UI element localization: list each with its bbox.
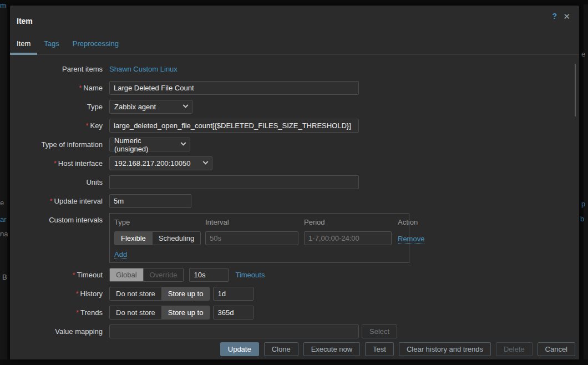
history-input[interactable] (213, 287, 254, 301)
host-interface-value: 192.168.217.200:10050 (114, 159, 190, 168)
trends-input[interactable] (213, 306, 254, 320)
value-mapping-select-button[interactable]: Select (362, 325, 397, 338)
column-header-period: Period (304, 218, 394, 231)
custom-intervals-row: Custom intervals Type Interval Period Ac… (16, 213, 574, 263)
item-form: Parent items Shawn Custom Linux *Name Ty… (10, 55, 579, 338)
type-row: Type Zabbix agent (16, 100, 574, 114)
history-do-not-store-button[interactable]: Do not store (110, 287, 161, 300)
flexible-button[interactable]: Flexible (115, 232, 152, 245)
required-marker: * (72, 271, 75, 279)
clear-history-button[interactable]: Clear history and trends (399, 342, 491, 356)
host-interface-select[interactable]: 192.168.217.200:10050 (109, 156, 212, 170)
type-of-information-label: Type of information (16, 140, 103, 149)
interval-input[interactable] (205, 231, 298, 245)
value-mapping-label: Value mapping (16, 327, 103, 336)
update-interval-label: Update interval (54, 197, 103, 205)
type-of-information-row: Type of information Numeric (unsigned) (16, 138, 574, 151)
column-header-action: Action (398, 218, 424, 231)
required-marker: * (75, 290, 78, 298)
update-interval-input[interactable] (109, 194, 191, 208)
bg-fragment: b (580, 215, 584, 223)
required-marker: * (54, 159, 57, 168)
required-marker: * (79, 84, 82, 92)
bg-fragment: p (581, 200, 585, 208)
cancel-button[interactable]: Cancel (538, 342, 575, 356)
add-link[interactable]: Add (114, 250, 127, 259)
delete-button[interactable]: Delete (496, 342, 533, 356)
bg-fragment: e (581, 50, 585, 58)
units-label: Units (16, 178, 103, 186)
custom-intervals-label: Custom intervals (16, 213, 103, 224)
dialog-scrollbar[interactable] (575, 64, 576, 116)
type-select-value: Zabbix agent (114, 103, 156, 111)
trends-do-not-store-button[interactable]: Do not store (110, 306, 161, 319)
trends-row: *Trends Do not store Store up to (16, 306, 574, 320)
close-icon[interactable]: ✕ (563, 12, 570, 22)
type-of-information-value: Numeric (unsigned) (114, 136, 176, 153)
bg-fragment: na (0, 230, 8, 238)
units-row: Units (16, 175, 574, 189)
trends-store-up-to-button[interactable]: Store up to (161, 306, 210, 319)
bg-fragment: ar (0, 215, 7, 224)
type-label: Type (16, 103, 103, 111)
tab-tags[interactable]: Tags (37, 34, 65, 55)
scheduling-button[interactable]: Scheduling (152, 232, 200, 245)
dialog-header: Item ? ✕ (10, 6, 579, 31)
name-input[interactable] (109, 81, 359, 95)
value-mapping-input[interactable] (109, 325, 359, 338)
timeout-override-button[interactable]: Override (143, 268, 184, 281)
key-input[interactable] (109, 119, 359, 133)
update-button[interactable]: Update (220, 342, 259, 356)
bg-fragment: m (0, 1, 6, 9)
column-header-type: Type (114, 218, 202, 231)
history-label: History (80, 290, 103, 298)
tab-item[interactable]: Item (10, 34, 37, 55)
trends-label: Trends (80, 308, 103, 317)
history-mode-group: Do not store Store up to (109, 287, 210, 301)
timeout-label: Timeout (77, 271, 103, 279)
background-page-left-strip (0, 4, 7, 359)
timeout-row: *Timeout Global Override Timeouts (16, 268, 574, 282)
chevron-down-icon (203, 159, 209, 165)
history-row: *History Do not store Store up to (16, 287, 574, 301)
key-label: Key (90, 121, 103, 130)
clone-button[interactable]: Clone (264, 342, 298, 356)
execute-now-button[interactable]: Execute now (303, 342, 360, 356)
type-select[interactable]: Zabbix agent (109, 100, 192, 114)
period-input[interactable] (304, 231, 392, 245)
parent-items-row: Parent items Shawn Custom Linux (16, 62, 574, 76)
interval-type-group: Flexible Scheduling (114, 231, 201, 245)
name-row: *Name (16, 81, 574, 95)
type-of-information-select[interactable]: Numeric (unsigned) (109, 138, 190, 151)
tab-preprocessing[interactable]: Preprocessing (66, 34, 125, 55)
dialog-tabs: Item Tags Preprocessing (10, 34, 579, 55)
help-icon[interactable]: ? (552, 12, 557, 21)
host-interface-row: *Host interface 192.168.217.200:10050 (16, 156, 574, 170)
trends-mode-group: Do not store Store up to (109, 306, 210, 320)
chevron-down-icon (183, 103, 189, 108)
units-input[interactable] (109, 175, 359, 189)
test-button[interactable]: Test (365, 342, 394, 356)
parent-items-label: Parent items (16, 65, 103, 73)
value-mapping-row: Value mapping Select (16, 325, 574, 338)
history-store-up-to-button[interactable]: Store up to (161, 287, 210, 300)
item-dialog: Item ? ✕ Item Tags Preprocessing Parent … (10, 6, 579, 359)
required-marker: * (86, 121, 89, 130)
host-interface-label: Host interface (58, 159, 103, 168)
remove-link[interactable]: Remove (398, 235, 424, 244)
column-header-interval: Interval (205, 218, 301, 231)
timeout-mode-group: Global Override (109, 268, 184, 282)
timeouts-link[interactable]: Timeouts (235, 271, 265, 279)
parent-items-link[interactable]: Shawn Custom Linux (109, 65, 178, 73)
custom-intervals-table: Type Interval Period Action Flexible Sch… (109, 213, 409, 263)
update-interval-row: *Update interval (16, 194, 574, 208)
bg-fragment: e (0, 199, 4, 207)
key-row: *Key (16, 119, 574, 133)
chevron-down-icon (181, 140, 186, 146)
required-marker: * (49, 197, 52, 205)
timeout-input[interactable] (189, 268, 229, 282)
name-label: Name (83, 84, 103, 92)
bg-fragment: B (2, 273, 7, 281)
dialog-footer: Update Clone Execute now Test Clear hist… (10, 338, 579, 359)
timeout-global-button[interactable]: Global (110, 268, 143, 281)
